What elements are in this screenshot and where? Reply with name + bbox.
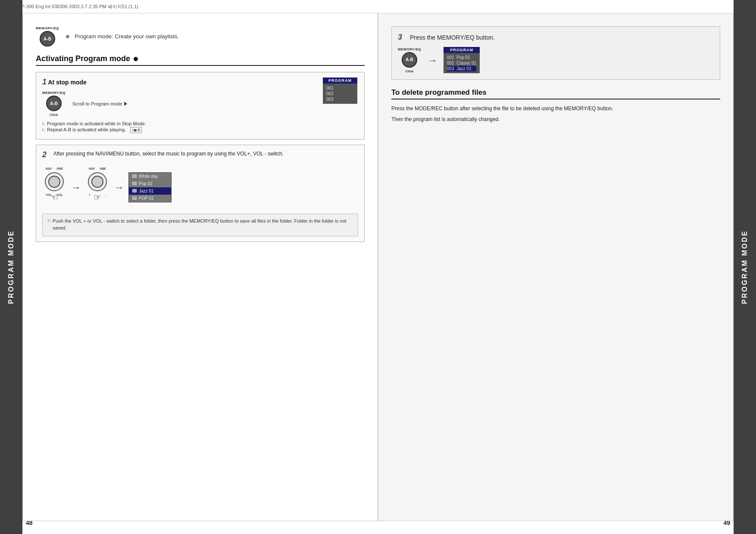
vol-knob[interactable]: NAV I/ME + - [88,172,107,191]
step3-section: 3 Press the MEMORY/EQ button. MEMORY/EQ … [391,26,720,80]
step1-ab-button[interactable]: A-B [46,96,62,111]
file-item-pop01: POP 01 [129,195,171,202]
left-page: MEMORY/EQ A-B Program mode: Create your … [22,13,378,521]
program-item-002: 002 [326,91,354,96]
step1-inner: MEMORY/EQ A-B Click Scroll to Program mo… [42,91,358,117]
intro-text: Program mode: Create your own playlists. [75,33,179,40]
file-icon-3 [132,189,137,192]
step3-arrow: → [427,54,437,66]
intro-memory-eq-button: MEMORY/EQ A-B [36,26,59,47]
intro-section: MEMORY/EQ A-B Program mode: Create your … [36,26,365,47]
step1-note2: ▷ Repeat A-B is activated while playing.… [42,127,358,133]
step1-program-box: PROGRAM 001 002 003 [323,78,357,104]
step3-memory-eq: MEMORY/EQ A-B Click [398,47,421,73]
file-icon-1 [132,174,137,178]
main-content: MEMORY/EQ A-B Program mode: Create your … [22,13,734,521]
sidebar-right-text: PROGRAM MODE [741,230,749,304]
intro-button-label: MEMORY/EQ [36,26,59,30]
section-bullet [134,57,138,61]
step2-note: ▷ Push the VOL + or VOL - switch to sele… [42,214,358,236]
scroll-arrow [124,102,127,106]
step1-memory-eq: MEMORY/EQ A-B Click [42,91,66,117]
step1-mem-label: MEMORY/EQ [42,91,66,95]
file-icon-2 [132,182,137,185]
step1-number: 1 [42,78,47,86]
step3-program-header: PROGRAM [444,47,480,53]
file-item-whiteday: White day [129,173,171,180]
step3-content: MEMORY/EQ A-B Click → PROGRAM 001 Pop 01… [398,47,714,73]
step3-mem-label: MEMORY/EQ [398,47,421,51]
file-icon-4 [132,196,137,200]
step1-title: 1 At stop mode [42,78,358,87]
arrow-separator-2: → [114,181,124,193]
step2-controls: NAV I/ME VOL VOL ☜ → [42,165,358,209]
section-title-text: Activating Program mode [36,54,130,63]
page-header: IFP-300 Eng Int 030306 2003.3.7 2:35 PM … [17,3,138,10]
file-item-pop02: Pop 02 [129,180,171,187]
step3-click-label: Click [405,69,413,73]
intro-ab-button[interactable]: A-B [40,31,55,47]
step3-text: Press the MEMORY/EQ button. [410,34,495,41]
step2-text: After pressing the NAVI/MENU button, sel… [53,150,284,158]
step2-number: 2 [42,150,51,159]
step1-program-header: PROGRAM [323,78,357,84]
step2-note-text: Push the VOL + or VOL - switch to select… [53,217,353,232]
step3-header: 3 Press the MEMORY/EQ button. [398,33,714,42]
navi-knob[interactable]: NAV I/ME VOL VOL [45,172,64,191]
step1-scroll-text: Scroll to Program mode [72,101,127,106]
step1-notes: ▷ Program mode is activated while in Sto… [42,121,358,133]
step3-item-003: 003 Jazz 01 [447,66,476,71]
step3-item-002: 002 Classic 01 [447,60,476,66]
intro-dot [66,35,69,38]
file-list: White day Pop 02 Jazz 01 POP 01 [128,172,172,202]
file-item-jazz01: Jazz 01 [129,187,171,195]
program-item-003: 003 [326,96,354,102]
delete-text2: Then the program list is automatically c… [391,115,720,124]
step3-ab-button[interactable]: A-B [402,52,417,68]
delete-text1: Press the MODE/REC button after selectin… [391,105,720,113]
step3-program-body: 001 Pop 01 002 Classic 01 003 Jazz 01 [444,53,480,73]
step3-item-001: 001 Pop 01 [447,55,476,60]
step1-box: 1 At stop mode PROGRAM 001 002 003 MEMOR… [36,72,365,140]
step1-click-label: Click [50,113,58,117]
sidebar-left-text: PROGRAM MODE [7,230,15,304]
program-item-001: 001 [326,85,354,91]
sidebar-left: PROGRAM MODE [0,0,22,534]
delete-title: To delete programmed files [391,88,720,99]
header-text: IFP-300 Eng Int 030306 2003.3.7 2:35 PM … [17,4,138,9]
activating-section-title: Activating Program mode [36,54,365,66]
step3-program-box: PROGRAM 001 Pop 01 002 Classic 01 003 Ja… [444,47,480,73]
delete-section: To delete programmed files Press the MOD… [391,88,720,124]
sidebar-right: PROGRAM MODE [734,0,756,534]
ab-repeat-icon: A▶B [130,127,142,133]
step1-note1: ▷ Program mode is activated while in Sto… [42,121,358,126]
step2-box: 2 After pressing the NAVI/MENU button, s… [36,145,365,242]
arrow-separator-1: → [71,181,81,193]
step3-number: 3 [398,33,406,42]
right-page: 3 Press the MEMORY/EQ button. MEMORY/EQ … [378,13,734,521]
step1-program-body: 001 002 003 [323,84,357,104]
delete-title-text: To delete programmed files [391,88,487,97]
